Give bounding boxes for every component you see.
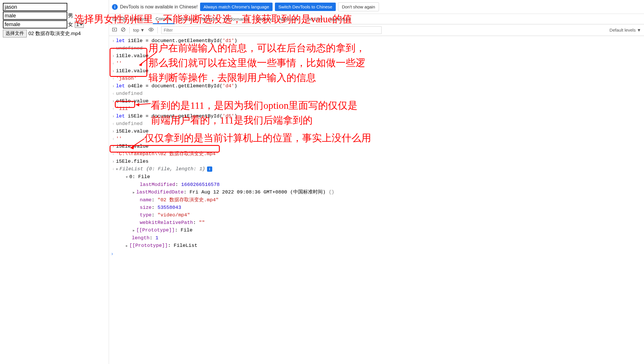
chevron-down-icon: ▼	[140, 28, 145, 32]
console-output-line: 'C:\\fakepath\\02 数据存取演变史.mp4'	[116, 150, 642, 158]
input-arrow-icon: ›	[111, 113, 116, 120]
male-input[interactable]	[3, 12, 67, 20]
svg-point-6	[150, 29, 152, 30]
live-expression-icon[interactable]	[148, 27, 154, 33]
filter-input[interactable]	[161, 26, 382, 34]
input-arrow-icon: ›	[111, 128, 116, 135]
file-chosen-name: 02 数据存取演变史.mp4	[28, 30, 81, 37]
input-arrow-icon: ›	[111, 37, 116, 45]
toolbar-separator	[157, 27, 158, 33]
console-output-object[interactable]: ▼FileList {0: File, length: 1}i	[116, 165, 642, 173]
tree-line: name: "02 数据存取演变史.mp4"	[116, 196, 642, 204]
infobar-text: DevTools is now available in Chinese!	[120, 4, 198, 10]
output-arrow-icon: ‹	[111, 165, 116, 173]
info-icon: i	[112, 4, 118, 10]
output-arrow-icon: ‹	[111, 120, 116, 128]
input-arrow-icon: ›	[111, 143, 116, 150]
female-input[interactable]	[3, 20, 67, 28]
console-output-line: undefined	[116, 90, 642, 97]
tree-line[interactable]: ▶[[Prototype]]: FileList	[116, 242, 642, 250]
annotation-text: 看到的是111，是因为我们option里面写的仅仅是 前端用户看的，111是我们…	[151, 98, 358, 128]
output-arrow-icon: ‹	[111, 135, 116, 143]
tree-line[interactable]: ▼0: File	[116, 173, 642, 181]
svg-line-5	[122, 28, 125, 31]
dont-show-button[interactable]: Don't show again	[338, 2, 379, 11]
context-selector[interactable]: top ▼	[133, 28, 145, 32]
tree-line[interactable]: ▶[[Prototype]]: File	[116, 227, 642, 234]
output-arrow-icon: ‹	[111, 60, 116, 67]
input-arrow-icon: ›	[111, 82, 116, 90]
info-badge-icon[interactable]: i	[207, 166, 212, 172]
console-input-line: i5Ele.files	[116, 158, 642, 165]
tree-line: type: "video/mp4"	[116, 211, 642, 219]
clear-console-icon[interactable]	[121, 27, 126, 33]
tree-line[interactable]: ▶lastModifiedDate: Fri Aug 12 2022 09:08…	[116, 189, 642, 196]
annotation-text: 仅仅拿到的是当前计算机上的位置，事实上没什么用	[144, 131, 371, 145]
toolbar-separator	[129, 27, 130, 33]
output-arrow-icon: ‹	[111, 150, 116, 158]
output-arrow-icon: ‹	[111, 45, 116, 52]
output-arrow-icon: ‹	[111, 90, 116, 97]
console-output[interactable]: ›let i1Ele = document.getElementById('d1…	[109, 36, 644, 364]
always-match-button[interactable]: Always match Chrome's language	[200, 3, 273, 11]
console-sidebar-toggle-icon[interactable]	[112, 27, 117, 33]
tree-line: size: 53558043	[116, 204, 642, 211]
male-label: 男	[68, 12, 73, 19]
name-input[interactable]	[3, 3, 67, 11]
annotation-text: 选择男女性别框里，不能判断选没选，直接获取到的是value的值	[74, 12, 352, 26]
input-arrow-icon: ›	[111, 97, 116, 105]
tree-line: length: 1	[116, 234, 642, 242]
tree-line: webkitRelativePath: ""	[116, 219, 642, 227]
input-arrow-icon: ›	[111, 52, 116, 60]
switch-chinese-button[interactable]: Switch DevTools to Chinese	[275, 3, 336, 11]
annotation-text: 用户在前端输入的信息，可以在后台动态的拿到， 那么我们就可以在这里做一些事情，比…	[148, 41, 365, 85]
tree-line: lastModified: 1660266516578	[116, 181, 642, 189]
output-arrow-icon: ‹	[111, 75, 116, 82]
console-prompt[interactable]: ›	[109, 250, 644, 258]
female-label: 女	[68, 21, 73, 28]
chevron-down-icon: ▼	[637, 28, 641, 32]
log-levels-selector[interactable]: Default levels	[609, 28, 636, 32]
file-choose-button[interactable]: 选择文件	[3, 30, 27, 37]
output-arrow-icon: ‹	[111, 105, 116, 113]
input-arrow-icon: ›	[111, 67, 116, 75]
input-arrow-icon: ›	[111, 158, 116, 165]
